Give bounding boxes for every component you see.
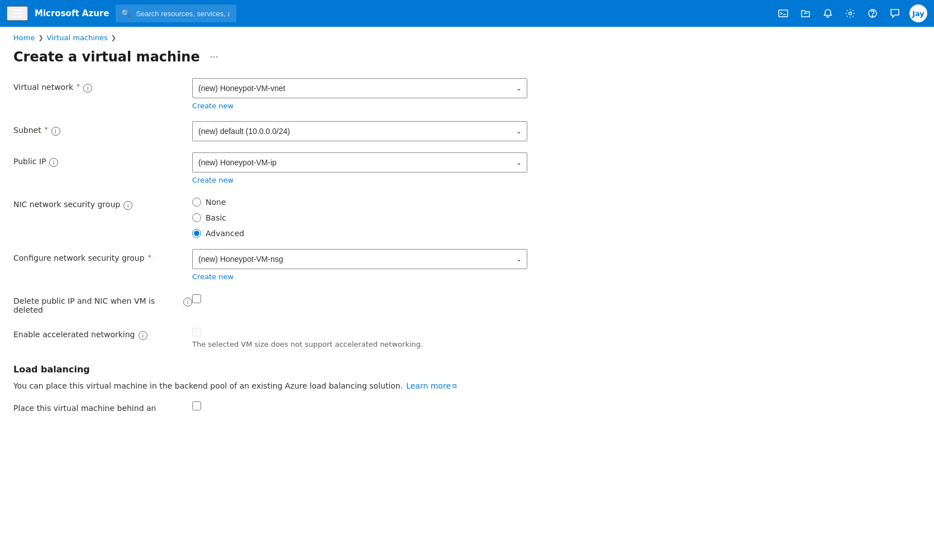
public-ip-select[interactable]: (new) Honeypot-VM-ip: [192, 152, 527, 173]
breadcrumb: Home ❯ Virtual machines ❯: [0, 27, 934, 42]
accelerated-networking-checkbox-wrap: [192, 326, 921, 337]
delete-public-ip-label: Delete public IP and NIC when VM is dele…: [13, 296, 180, 314]
accelerated-networking-info-icon[interactable]: i: [139, 331, 147, 340]
load-balancing-description-text: You can place this virtual machine in th…: [13, 381, 403, 390]
accelerated-networking-label: Enable accelerated networking: [13, 330, 135, 339]
nic-nsg-control-col: None Basic Advanced: [192, 195, 921, 238]
configure-nsg-required: *: [148, 253, 151, 261]
top-navigation: Microsoft Azure 🔍: [0, 0, 934, 27]
nic-nsg-none-radio[interactable]: [192, 198, 201, 207]
public-ip-create-new[interactable]: Create new: [192, 176, 921, 184]
subnet-label: Subnet: [13, 126, 41, 135]
place-vm-row: Place this virtual machine behind an: [13, 399, 921, 419]
virtual-network-row: Virtual network * i (new) Honeypot-VM-vn…: [13, 78, 921, 110]
settings-button[interactable]: [840, 3, 860, 23]
nic-nsg-none-option[interactable]: None: [192, 198, 921, 207]
load-balancing-heading: Load balancing: [13, 364, 921, 375]
directory-button[interactable]: [795, 3, 816, 23]
nic-nsg-basic-option[interactable]: Basic: [192, 213, 921, 222]
configure-nsg-label-col: Configure network security group *: [13, 249, 192, 262]
place-vm-label: Place this virtual machine behind an: [13, 404, 156, 413]
configure-nsg-label: Configure network security group: [13, 253, 145, 262]
subnet-control-col: (new) default (10.0.0.0/24) ⌄: [192, 121, 921, 141]
virtual-network-required: *: [77, 83, 80, 90]
public-ip-control-col: (new) Honeypot-VM-ip ⌄ Create new: [192, 152, 921, 184]
nic-nsg-info-icon[interactable]: i: [123, 201, 132, 210]
virtual-network-select-wrap: (new) Honeypot-VM-vnet ⌄: [192, 78, 527, 98]
nic-nsg-basic-radio[interactable]: [192, 213, 201, 222]
subnet-required: *: [45, 126, 48, 133]
accelerated-networking-label-col: Enable accelerated networking i: [13, 326, 192, 340]
svg-point-6: [849, 12, 852, 15]
svg-rect-0: [12, 9, 22, 11]
external-link-icon: ⧉: [452, 382, 457, 390]
place-vm-label-col: Place this virtual machine behind an: [13, 399, 192, 413]
public-ip-label-col: Public IP i: [13, 152, 192, 167]
place-vm-checkbox[interactable]: [192, 401, 201, 410]
configure-nsg-row: Configure network security group * (new)…: [13, 249, 921, 281]
breadcrumb-sep-1: ❯: [38, 34, 43, 41]
svg-rect-3: [779, 10, 788, 17]
learn-more-link[interactable]: Learn more ⧉: [406, 381, 457, 390]
nic-nsg-none-label: None: [206, 198, 226, 207]
nic-nsg-advanced-option[interactable]: Advanced: [192, 229, 921, 238]
feedback-button[interactable]: [885, 3, 905, 23]
breadcrumb-virtual-machines[interactable]: Virtual machines: [47, 33, 108, 42]
delete-public-ip-checkbox[interactable]: [192, 294, 201, 303]
page-title: Create a virtual machine: [13, 49, 200, 65]
accelerated-networking-helper-text: The selected VM size does not support ac…: [192, 340, 921, 348]
configure-nsg-select-wrap: (new) Honeypot-VM-nsg ⌄: [192, 249, 527, 269]
nic-nsg-radio-group: None Basic Advanced: [192, 195, 921, 238]
nic-nsg-label: NIC network security group: [13, 200, 120, 209]
help-button[interactable]: [862, 3, 883, 23]
nic-nsg-basic-label: Basic: [206, 213, 226, 222]
subnet-label-col: Subnet * i: [13, 121, 192, 136]
virtual-network-select[interactable]: (new) Honeypot-VM-vnet: [192, 78, 527, 98]
hamburger-menu-button[interactable]: [7, 6, 28, 21]
configure-nsg-control-col: (new) Honeypot-VM-nsg ⌄ Create new: [192, 249, 921, 281]
search-wrapper: 🔍: [116, 4, 451, 22]
place-vm-checkbox-wrap: [192, 399, 921, 410]
public-ip-label: Public IP: [13, 157, 46, 166]
azure-logo: Microsoft Azure: [35, 8, 109, 18]
nic-nsg-row: NIC network security group i None Basic …: [13, 195, 921, 238]
notifications-button[interactable]: [818, 3, 838, 23]
configure-nsg-select[interactable]: (new) Honeypot-VM-nsg: [192, 249, 527, 269]
accelerated-networking-control-col: The selected VM size does not support ac…: [192, 326, 921, 348]
public-ip-info-icon[interactable]: i: [49, 158, 58, 167]
learn-more-label: Learn more: [406, 381, 451, 390]
virtual-network-label-col: Virtual network * i: [13, 78, 192, 93]
breadcrumb-home[interactable]: Home: [13, 33, 35, 42]
virtual-network-info-icon[interactable]: i: [83, 84, 92, 93]
configure-nsg-create-new[interactable]: Create new: [192, 272, 921, 281]
public-ip-select-wrap: (new) Honeypot-VM-ip ⌄: [192, 152, 527, 173]
delete-public-ip-label-col: Delete public IP and NIC when VM is dele…: [13, 292, 192, 314]
svg-rect-1: [12, 13, 22, 14]
delete-public-ip-checkbox-wrap: [192, 292, 921, 303]
delete-public-ip-info-icon[interactable]: i: [183, 298, 192, 307]
subnet-info-icon[interactable]: i: [51, 127, 60, 136]
avatar[interactable]: Jay: [909, 4, 927, 22]
breadcrumb-sep-2: ❯: [111, 34, 116, 41]
load-balancing-description: You can place this virtual machine in th…: [13, 381, 921, 390]
topnav-icon-group: Jay: [773, 3, 927, 23]
virtual-network-control-col: (new) Honeypot-VM-vnet ⌄ Create new: [192, 78, 921, 110]
search-input[interactable]: [116, 4, 236, 22]
svg-rect-2: [12, 16, 22, 17]
accelerated-networking-checkbox: [192, 328, 201, 337]
nic-nsg-label-col: NIC network security group i: [13, 195, 192, 210]
subnet-select[interactable]: (new) default (10.0.0.0/24): [192, 121, 527, 141]
page-menu-button[interactable]: ···: [207, 49, 222, 65]
cloud-shell-button[interactable]: [773, 3, 793, 23]
subnet-select-wrap: (new) default (10.0.0.0/24) ⌄: [192, 121, 527, 141]
virtual-network-label: Virtual network: [13, 83, 73, 92]
nic-nsg-advanced-label: Advanced: [206, 229, 244, 238]
subnet-row: Subnet * i (new) default (10.0.0.0/24) ⌄: [13, 121, 921, 141]
public-ip-row: Public IP i (new) Honeypot-VM-ip ⌄ Creat…: [13, 152, 921, 184]
nic-nsg-advanced-radio[interactable]: [192, 229, 201, 238]
delete-public-ip-control-col: [192, 292, 921, 303]
delete-public-ip-row: Delete public IP and NIC when VM is dele…: [13, 292, 921, 314]
form-area: Virtual network * i (new) Honeypot-VM-vn…: [0, 78, 934, 419]
virtual-network-create-new[interactable]: Create new: [192, 102, 921, 110]
svg-point-8: [872, 16, 873, 17]
